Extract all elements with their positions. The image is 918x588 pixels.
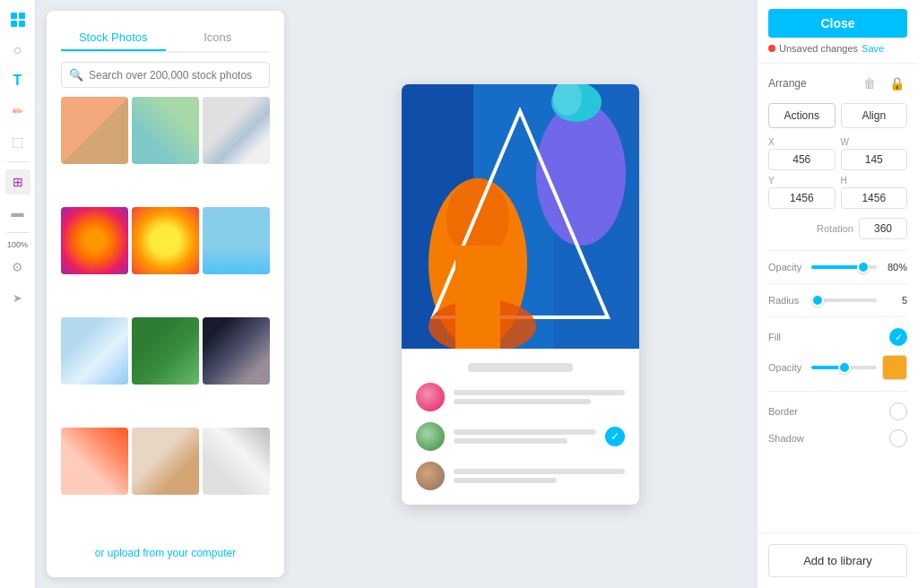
border-toggle[interactable] xyxy=(889,402,907,420)
unsaved-row: Unsaved changes Save xyxy=(768,43,907,54)
photo-item[interactable] xyxy=(61,207,128,274)
list-item-1 xyxy=(416,383,625,411)
pointer-tool-icon[interactable]: ➤ xyxy=(5,285,30,310)
line-3b xyxy=(454,478,557,483)
fill-opacity-thumb[interactable] xyxy=(838,361,851,374)
radius-row: Radius 5 xyxy=(768,295,907,306)
shadow-row: Shadow xyxy=(768,429,907,447)
x-input[interactable] xyxy=(768,149,836,170)
gear-tool-icon[interactable]: ⚙ xyxy=(5,255,30,280)
close-button[interactable]: Close xyxy=(768,9,907,38)
list-item-1-lines xyxy=(454,390,625,404)
svg-rect-2 xyxy=(11,21,17,27)
canvas-area: ✓ xyxy=(284,0,757,588)
add-to-library-button[interactable]: Add to library xyxy=(768,544,907,577)
line-2a xyxy=(454,429,596,435)
upload-anchor[interactable]: or upload from your computer xyxy=(95,547,236,559)
radius-value: 5 xyxy=(882,295,907,306)
photo-item[interactable] xyxy=(203,428,270,495)
svg-rect-15 xyxy=(455,246,500,349)
coord-grid: X W Y H xyxy=(768,137,907,209)
toolbar-divider-2 xyxy=(7,232,29,233)
pen-tool-icon[interactable]: ✏ xyxy=(5,99,30,124)
tab-stock-photos[interactable]: Stock Photos xyxy=(61,25,166,51)
h-input[interactable] xyxy=(841,187,908,209)
tab-icons[interactable]: Icons xyxy=(166,25,271,51)
action-align-row: Actions Align xyxy=(768,103,907,128)
photo-item[interactable] xyxy=(203,207,270,274)
right-panel-top: Close Unsaved changes Save xyxy=(758,0,918,64)
divider-2 xyxy=(768,283,907,284)
save-link[interactable]: Save xyxy=(862,43,884,54)
divider-3 xyxy=(768,316,907,317)
fill-color-swatch[interactable] xyxy=(882,355,907,380)
svg-point-9 xyxy=(536,102,626,246)
line-1a xyxy=(454,390,625,395)
line-2b xyxy=(454,438,567,444)
unsaved-indicator xyxy=(768,45,775,52)
radius-label: Radius xyxy=(768,295,806,306)
radius-slider[interactable] xyxy=(811,298,877,302)
actions-button[interactable]: Actions xyxy=(768,103,836,128)
divider-4 xyxy=(768,391,907,392)
fill-opacity-slider[interactable] xyxy=(811,366,877,369)
search-box: 🔍 xyxy=(61,62,270,88)
photo-item[interactable] xyxy=(132,97,199,164)
toolbar-divider-1 xyxy=(7,161,29,162)
border-label: Border xyxy=(768,406,798,417)
align-button[interactable]: Align xyxy=(841,103,908,128)
y-input[interactable] xyxy=(768,187,836,209)
photo-item[interactable] xyxy=(61,97,128,164)
zoom-level: 100% xyxy=(7,240,28,249)
photo-item[interactable] xyxy=(61,428,128,495)
list-item-3 xyxy=(416,462,625,490)
arrange-label: Arrange xyxy=(768,77,807,90)
rotation-input[interactable] xyxy=(859,218,907,239)
opacity-slider[interactable] xyxy=(811,265,877,269)
photo-item[interactable] xyxy=(132,317,199,385)
x-label: X xyxy=(768,137,836,147)
apps-tool-icon[interactable]: ⊞ xyxy=(5,169,30,195)
opacity-row: Opacity 80% xyxy=(768,262,907,272)
rotation-label: Rotation xyxy=(817,223,853,234)
radius-thumb[interactable] xyxy=(811,294,824,307)
layers-tool-icon[interactable]: ▬ xyxy=(5,200,30,225)
y-label: Y xyxy=(768,176,836,186)
photo-item[interactable] xyxy=(61,317,128,385)
text-tool-icon[interactable]: T xyxy=(5,68,30,93)
fill-opacity-row: Opacity xyxy=(768,355,907,380)
opacity-thumb[interactable] xyxy=(857,261,870,273)
image-tool-icon[interactable]: ⬚ xyxy=(5,129,30,154)
w-label: W xyxy=(841,137,908,147)
x-field: X xyxy=(768,137,836,170)
fill-check-icon[interactable]: ✓ xyxy=(889,328,907,346)
right-panel: Close Unsaved changes Save Arrange 🗑 🔒 A… xyxy=(757,0,918,588)
h-field: H xyxy=(841,176,908,209)
shadow-toggle[interactable] xyxy=(889,429,907,447)
w-field: W xyxy=(841,137,908,170)
photo-item[interactable] xyxy=(203,97,270,164)
logo-icon xyxy=(5,7,30,32)
photo-item[interactable] xyxy=(132,428,199,495)
search-input[interactable] xyxy=(89,69,262,82)
upload-link[interactable]: or upload from your computer xyxy=(61,543,270,563)
photo-item[interactable] xyxy=(203,317,270,385)
fill-row: Fill ✓ xyxy=(768,328,907,346)
circle-tool-icon[interactable]: ○ xyxy=(5,38,30,63)
y-field: Y xyxy=(768,176,836,209)
opacity-fill xyxy=(811,265,863,269)
unsaved-text: Unsaved changes xyxy=(779,43,858,54)
search-icon: 🔍 xyxy=(69,68,83,82)
svg-rect-1 xyxy=(19,13,25,19)
lock-icon[interactable]: 🔒 xyxy=(886,73,907,94)
w-input[interactable] xyxy=(841,149,908,170)
photo-item[interactable] xyxy=(132,207,199,274)
left-panel: Stock Photos Icons 🔍 or upload from your… xyxy=(47,11,284,577)
avatar-2 xyxy=(416,422,445,451)
rotation-row: Rotation xyxy=(768,218,907,239)
avatar-3 xyxy=(416,462,445,490)
divider-1 xyxy=(768,250,907,251)
trash-icon[interactable]: 🗑 xyxy=(859,73,880,94)
list-item-3-lines xyxy=(454,469,625,483)
add-to-library-section: Add to library xyxy=(758,532,918,588)
